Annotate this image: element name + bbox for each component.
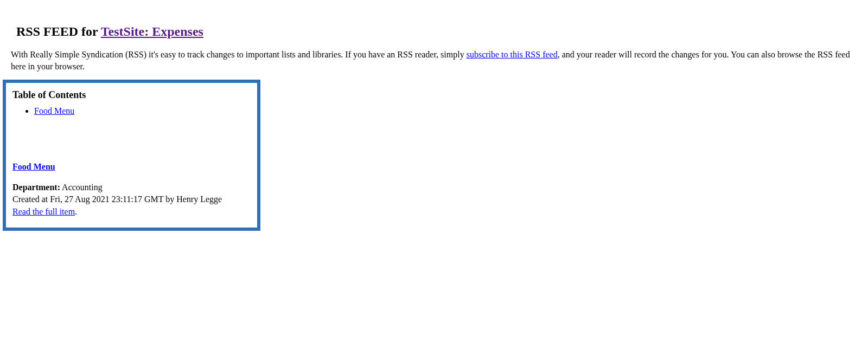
subscribe-link[interactable]: subscribe to this RSS feed: [467, 50, 558, 59]
item-details: Department: Accounting Created at Fri, 2…: [12, 182, 251, 218]
site-link[interactable]: TestSite: Expenses: [101, 24, 203, 38]
item-title-link[interactable]: Food Menu: [12, 162, 55, 171]
department-value: Accounting: [60, 183, 103, 192]
item-title: Food Menu: [12, 162, 251, 172]
page-title-prefix: RSS FEED for: [16, 24, 101, 38]
description-paragraph: With Really Simple Syndication (RSS) it'…: [11, 49, 857, 73]
description-part1: With Really Simple Syndication (RSS) it'…: [11, 50, 467, 59]
toc-item-link[interactable]: Food Menu: [34, 106, 74, 115]
period: .: [75, 207, 77, 216]
page-title: RSS FEED for TestSite: Expenses: [16, 24, 857, 39]
department-label: Department:: [12, 183, 60, 192]
toc-list: Food Menu: [12, 106, 251, 116]
highlight-box: Table of Contents Food Menu Food Menu De…: [3, 80, 260, 231]
toc-title: Table of Contents: [12, 89, 251, 101]
toc-item: Food Menu: [34, 106, 251, 116]
read-full-link[interactable]: Read the full item: [12, 207, 75, 216]
created-line: Created at Fri, 27 Aug 2021 23:11:17 GMT…: [12, 195, 222, 204]
